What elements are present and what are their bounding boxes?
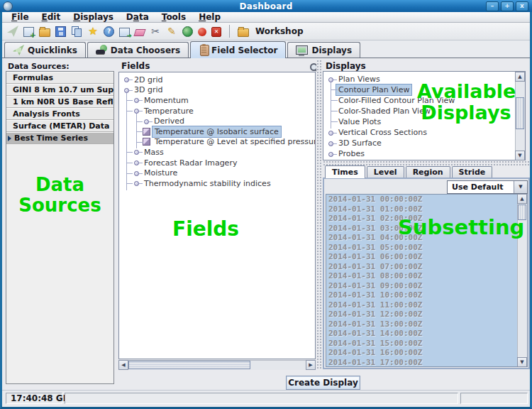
pencil-icon[interactable]: ✎	[166, 26, 177, 37]
tree-node-label[interactable]: Probes	[336, 148, 367, 159]
tree-expanded-handle-icon[interactable]	[326, 75, 336, 84]
time-item[interactable]: 2014-01-31 02:00:00Z	[326, 214, 527, 224]
displays-scrollbar-down-arrow-icon[interactable]: ▼	[515, 151, 525, 160]
minimize-button[interactable]: –	[486, 1, 499, 11]
subset-tab-level[interactable]: Level	[367, 166, 404, 178]
time-item[interactable]: 2014-01-31 14:00:00Z	[326, 329, 527, 339]
menu-displays[interactable]: Displays	[67, 12, 120, 22]
time-item[interactable]: 2014-01-31 17:00:00Z	[326, 358, 527, 368]
times-scrollbar-thumb[interactable]	[518, 204, 526, 220]
time-item[interactable]: 2014-01-31 13:00:00Z	[326, 320, 527, 329]
tree-node-label[interactable]: Derived	[152, 116, 187, 126]
globe-icon[interactable]	[182, 26, 193, 37]
tree-node-label[interactable]: Plan Views	[336, 74, 382, 84]
tree-node-label[interactable]: Mass	[142, 147, 166, 158]
times-scrollbar-track[interactable]	[517, 204, 527, 357]
tree-collapsed-handle-icon[interactable]	[326, 138, 336, 148]
new-window-icon[interactable]	[23, 27, 34, 37]
tree-collapsed-handle-icon[interactable]	[132, 158, 142, 168]
time-item[interactable]: 2014-01-31 12:00:00Z	[326, 310, 527, 320]
tree-node-label[interactable]: Temperature @ Level at specified pressur…	[153, 136, 316, 147]
maximize-button[interactable]: +	[501, 1, 514, 11]
time-item[interactable]: 2014-01-31 11:00:00Z	[326, 300, 527, 310]
tree-expanded-handle-icon[interactable]	[122, 85, 132, 95]
window-titlebar[interactable]: Dashboard –+x	[0, 0, 532, 12]
time-item[interactable]: 2014-01-31 16:00:00Z	[326, 348, 527, 358]
tree-node[interactable]: 3D grid	[119, 85, 315, 96]
use-default-combobox[interactable]: Use Default ▼	[447, 180, 528, 194]
time-item[interactable]: 2014-01-31 01:00:00Z	[326, 204, 527, 214]
tab-displays[interactable]: Displays	[287, 42, 360, 58]
help-icon[interactable]: ?	[104, 26, 114, 37]
save-icon[interactable]	[55, 26, 66, 37]
tree-node-label[interactable]: Moisture	[142, 168, 179, 178]
delete-icon[interactable]: ✕	[211, 27, 221, 37]
subset-tab-stride[interactable]: Stride	[452, 166, 493, 178]
open-folder-icon[interactable]	[39, 28, 50, 37]
tab-field-selector[interactable]: Field Selector	[190, 41, 286, 58]
tree-node[interactable]: Value Plots	[323, 116, 525, 127]
tree-node[interactable]: Temperature @ Level at specified pressur…	[119, 137, 315, 148]
tree-node-label[interactable]: Value Plots	[336, 116, 383, 127]
quicklinks-icon[interactable]	[7, 26, 18, 37]
tab-data-choosers[interactable]: Data Choosers	[87, 42, 189, 58]
vertical-splitter[interactable]	[316, 60, 323, 370]
time-item[interactable]: 2014-01-31 06:00:00Z	[326, 252, 527, 262]
tree-node[interactable]: Contour Plan View	[323, 84, 525, 95]
tree-node[interactable]: Thermodynamic stability indices	[119, 178, 315, 189]
tree-collapsed-handle-icon[interactable]	[132, 168, 142, 178]
tree-node-label[interactable]: Temperature	[142, 106, 196, 116]
tree-node[interactable]: 2D grid	[119, 75, 315, 85]
time-item[interactable]: 2014-01-31 15:00:00Z	[326, 339, 527, 349]
tree-node-label[interactable]: Temperature @ Isobaric surface	[153, 126, 281, 137]
data-source-item[interactable]: Formulas	[6, 72, 113, 84]
tree-node[interactable]: Momentum	[119, 95, 315, 106]
tree-node-label[interactable]: Color-Shaded Plan View	[336, 106, 433, 116]
tree-expanded-handle-icon[interactable]	[132, 106, 142, 116]
data-source-item[interactable]: 1 km N0R US Base Reflectivi	[6, 96, 113, 108]
tree-node-label[interactable]: 3D Surface	[336, 138, 384, 148]
tree-node[interactable]: Mass	[119, 147, 315, 158]
displays-scrollbar-up-arrow-icon[interactable]: ▲	[515, 72, 525, 82]
workshop-label[interactable]: Workshop	[255, 26, 303, 36]
close-button[interactable]: x	[516, 1, 528, 11]
tree-collapsed-handle-icon[interactable]	[132, 147, 142, 157]
tree-collapsed-handle-icon[interactable]	[132, 95, 142, 105]
star-icon[interactable]: ★	[87, 26, 99, 37]
time-item[interactable]: 2014-01-31 00:00:00Z	[326, 195, 527, 204]
tab-quicklinks[interactable]: Quicklinks	[4, 42, 86, 58]
menu-data[interactable]: Data	[120, 12, 155, 22]
horizontal-splitter[interactable]	[323, 160, 530, 165]
tree-node[interactable]: Moisture	[119, 168, 315, 178]
send-icon[interactable]	[119, 28, 130, 37]
data-source-item[interactable]: Analysis Fronts	[6, 108, 113, 120]
tree-node-label[interactable]: Momentum	[142, 95, 191, 106]
data-source-item[interactable]: Best Time Series	[6, 132, 113, 144]
menu-edit[interactable]: Edit	[35, 12, 67, 22]
data-source-item[interactable]: GINI 8 km 10.7 um Super-N	[6, 84, 113, 96]
tree-node-label[interactable]: Vertical Cross Sections	[336, 127, 429, 138]
tree-collapsed-handle-icon[interactable]	[142, 116, 152, 126]
menu-help[interactable]: Help	[192, 12, 227, 22]
tree-node[interactable]: Probes	[323, 148, 525, 159]
time-item[interactable]: 2014-01-31 09:00:00Z	[326, 281, 527, 291]
fields-scrollbar-left-arrow-icon[interactable]: ◀	[118, 360, 128, 370]
record-icon[interactable]	[198, 28, 206, 36]
time-item[interactable]: 2014-01-31 08:00:00Z	[326, 271, 527, 281]
tree-node[interactable]: Temperature @ Isobaric surface	[119, 126, 315, 137]
time-item[interactable]: 2014-01-31 10:00:00Z	[326, 290, 527, 300]
tree-collapsed-handle-icon[interactable]	[326, 149, 336, 159]
tree-node-label[interactable]: Thermodynamic stability indices	[142, 178, 273, 189]
subset-tab-region[interactable]: Region	[406, 166, 450, 178]
data-source-item[interactable]: Surface (METAR) Data	[6, 120, 113, 132]
copy-icon[interactable]	[71, 26, 82, 37]
time-item[interactable]: 2014-01-31 05:00:00Z	[326, 243, 527, 253]
tree-node-label[interactable]: Forecast Radar Imagery	[142, 158, 239, 168]
cut-icon[interactable]: ✂	[150, 26, 161, 37]
tree-collapsed-handle-icon[interactable]	[132, 178, 142, 188]
displays-scrollbar-thumb[interactable]	[516, 97, 524, 129]
tree-node-label[interactable]: 3D grid	[132, 84, 165, 95]
tree-node[interactable]: Color-Filled Contour Plan View	[323, 95, 525, 106]
menu-tools[interactable]: Tools	[155, 12, 192, 22]
combobox-arrow-icon[interactable]: ▼	[514, 181, 527, 193]
